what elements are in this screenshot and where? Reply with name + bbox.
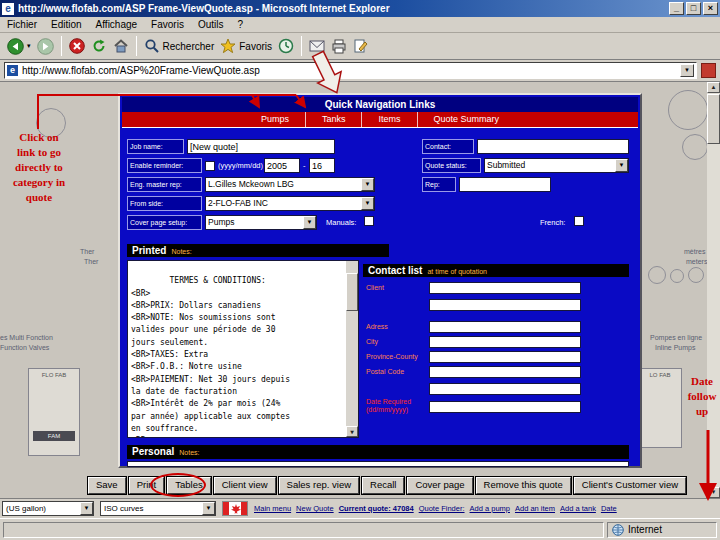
reminder-day-input[interactable] (309, 158, 335, 173)
chevron-down-icon[interactable]: ▼ (202, 502, 215, 515)
chevron-down-icon[interactable]: ▼ (361, 178, 374, 191)
recall-button[interactable]: Recall (362, 477, 404, 494)
menu-favoris[interactable]: Favoris (144, 18, 191, 31)
refresh-button[interactable] (88, 36, 110, 56)
edit-button[interactable] (350, 37, 372, 56)
canada-flag-icon (222, 501, 248, 516)
quote-finder-link[interactable]: Quote Finder: (419, 504, 465, 513)
tab-items[interactable]: Items (361, 112, 416, 127)
scroll-down-icon[interactable]: ▼ (707, 487, 720, 498)
date-link[interactable]: Date (601, 504, 617, 513)
main-menu-link[interactable]: Main menu (254, 504, 291, 513)
sales-rep-view-button[interactable]: Sales rep. view (279, 477, 359, 494)
add-tank-link[interactable]: Add a tank (560, 504, 596, 513)
chevron-down-icon[interactable]: ▼ (303, 216, 316, 229)
address-field[interactable]: e http://www.flofab.com/ASP%20Frame-View… (4, 62, 697, 79)
chevron-down-icon[interactable]: ▼ (80, 502, 93, 515)
job-name-input[interactable] (187, 139, 335, 154)
tab-tanks[interactable]: Tanks (305, 112, 362, 127)
city-input[interactable] (429, 336, 581, 348)
cover-page-select[interactable]: Pumps ▼ (205, 215, 317, 230)
scroll-up-icon[interactable]: ▲ (707, 82, 720, 93)
notes-scrollbar[interactable]: ▲ ▼ (346, 261, 358, 437)
printed-notes-textarea[interactable]: TERMES & CONDITIONS: <BR> <BR>PRIX: Doll… (127, 260, 359, 438)
menu-outils[interactable]: Outils (191, 18, 231, 31)
extra-contact-input[interactable] (429, 383, 581, 395)
history-button[interactable] (275, 36, 297, 56)
back-button[interactable]: ▾ (4, 36, 34, 57)
french-checkbox[interactable] (574, 216, 584, 226)
date-required-input[interactable] (429, 401, 581, 413)
close-button[interactable]: × (703, 2, 718, 15)
client-input[interactable] (429, 282, 581, 294)
save-button[interactable]: Save (88, 477, 126, 494)
current-quote-link[interactable]: Current quote: 47084 (339, 504, 414, 513)
address-input[interactable] (429, 321, 581, 333)
new-quote-link[interactable]: New Quote (296, 504, 334, 513)
menu-affichage[interactable]: Affichage (89, 18, 145, 31)
catalog-tank-drawing: FLO FAB FAM (28, 368, 80, 456)
print-button-form[interactable]: Print (129, 477, 165, 494)
maximize-button[interactable]: □ (686, 2, 701, 15)
catalog-text-fragment: mètres (684, 248, 705, 255)
from-side-select[interactable]: 2-FLO-FAB INC ▼ (205, 196, 375, 211)
remove-quote-button[interactable]: Remove this quote (476, 477, 571, 494)
enable-reminder-checkbox[interactable] (205, 161, 215, 171)
toolbar-separator (301, 36, 302, 56)
catalog-drawing-circle (668, 90, 708, 130)
tables-button[interactable]: Tables (167, 477, 210, 494)
back-more-icon[interactable]: ▾ (27, 42, 31, 50)
rep-input[interactable] (459, 177, 551, 192)
print-button[interactable] (328, 37, 350, 56)
scrollbar-thumb[interactable] (346, 273, 358, 311)
province-county-input[interactable] (429, 351, 581, 363)
slide-canvas: e http://www.flofab.com/ASP Frame-ViewQu… (0, 0, 720, 540)
eng-master-rep-select[interactable]: L.Gilles Mckeown LBG ▼ (205, 177, 375, 192)
scroll-down-icon[interactable]: ▼ (346, 426, 358, 437)
client-view-button[interactable]: Client view (214, 477, 276, 494)
add-pump-link[interactable]: Add a pump (470, 504, 510, 513)
page-scrollbar[interactable]: ▲ ▼ (707, 82, 720, 498)
tab-quote-summary[interactable]: Quote Summary (417, 112, 516, 127)
catalog-gauge-circle (670, 269, 684, 283)
quote-status-label: Quote status: (422, 158, 481, 173)
chevron-down-icon[interactable]: ▼ (361, 197, 374, 210)
refresh-icon (91, 38, 107, 54)
minimize-button[interactable]: _ (669, 2, 684, 15)
personal-notes-textarea[interactable] (127, 461, 629, 467)
unit-select[interactable]: (US gallon) ▼ (2, 501, 94, 516)
cover-page-button[interactable]: Cover page (407, 477, 472, 494)
menu-edition[interactable]: Edition (44, 18, 89, 31)
curves-select-value: ISO curves (104, 504, 144, 513)
scrollbar-thumb[interactable] (707, 94, 720, 144)
province-county-label: Province-County (366, 353, 428, 361)
contact-input[interactable] (477, 139, 629, 154)
chevron-down-icon[interactable]: ▼ (615, 159, 628, 172)
mail-button[interactable] (306, 37, 328, 55)
forward-button[interactable] (34, 36, 57, 57)
home-button[interactable] (110, 36, 132, 56)
clients-customer-view-button[interactable]: Client's Customer view (574, 477, 686, 494)
menu-help[interactable]: ? (230, 18, 250, 31)
catalog-text-fragment: Inline Pumps (655, 344, 695, 351)
address-url: http://www.flofab.com/ASP%20Frame-ViewQu… (22, 65, 260, 76)
catalog-gauge-circle (648, 266, 666, 284)
title-bar: e http://www.flofab.com/ASP Frame-ViewQu… (0, 0, 720, 17)
menu-fichier[interactable]: Fichier (0, 18, 44, 31)
address-dropdown-icon[interactable]: ▼ (680, 64, 694, 77)
client-input-2[interactable] (429, 299, 581, 311)
from-side-value: 2-FLO-FAB INC (208, 198, 268, 208)
favorites-button[interactable]: Favoris (217, 36, 275, 56)
go-button[interactable] (701, 63, 716, 78)
manuals-checkbox[interactable] (364, 216, 374, 226)
address-bar: e http://www.flofab.com/ASP%20Frame-View… (0, 60, 720, 82)
postal-code-input[interactable] (429, 366, 581, 378)
reminder-year-input[interactable] (264, 158, 300, 173)
quote-status-select[interactable]: Submitted ▼ (484, 158, 629, 173)
stop-button[interactable] (66, 36, 88, 56)
add-item-link[interactable]: Add an item (515, 504, 555, 513)
personal-notes-header: Personal Notes: (127, 445, 629, 459)
tab-pumps[interactable]: Pumps (245, 112, 305, 127)
curves-select[interactable]: ISO curves ▼ (100, 501, 216, 516)
search-button[interactable]: Rechercher (141, 36, 218, 56)
